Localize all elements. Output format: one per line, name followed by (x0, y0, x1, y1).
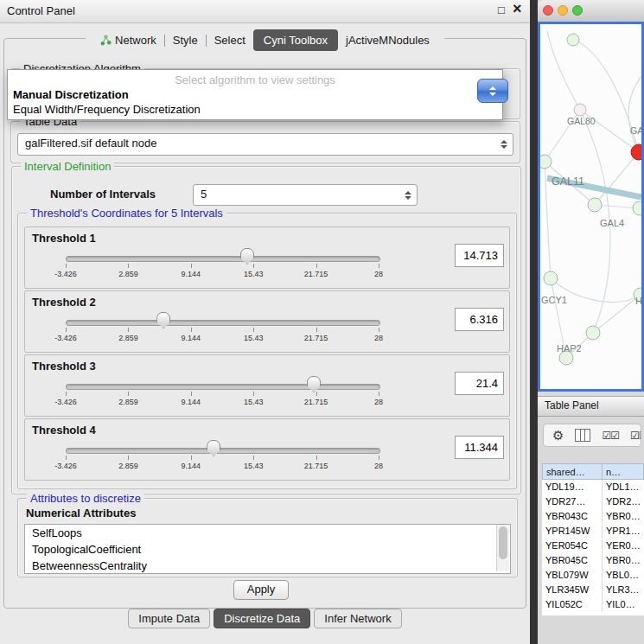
table-row[interactable]: YIL052CYIL0… (542, 597, 644, 612)
combo-arrows-icon (405, 191, 411, 200)
dropdown-option-equal-width-frequency[interactable]: Equal Width/Frequency Discretization (13, 103, 201, 116)
select-checkboxes-icon[interactable]: ☑☑ (602, 430, 619, 442)
minimize-traffic-light[interactable] (558, 5, 568, 16)
network-node[interactable] (544, 271, 558, 285)
table-cell: YDL1… (603, 480, 644, 494)
table-row[interactable]: YDL19…YDL1… (542, 480, 644, 494)
slider-thumb[interactable] (307, 376, 321, 392)
slider-scale-label: 2.859 (118, 398, 138, 406)
slider-tick-icon (128, 328, 129, 332)
tab-network[interactable]: Network (92, 30, 164, 50)
slider-scale-label: 28 (374, 334, 383, 342)
slider-track[interactable] (66, 384, 380, 390)
table-row[interactable]: YBR045CYBR0… (542, 553, 644, 568)
slider-tick-icon (253, 456, 254, 460)
threshold-value-field[interactable]: 11.344 (455, 436, 504, 459)
slider-tick-icon (66, 328, 67, 332)
list-scrollbar[interactable] (496, 525, 509, 571)
network-node[interactable] (633, 201, 641, 215)
table-cell: YBR0… (603, 553, 644, 568)
table-row[interactable]: YBR043CYBR0… (542, 509, 644, 524)
tab-label: Select (214, 34, 245, 47)
slider-thumb[interactable] (240, 248, 254, 265)
tab-style[interactable]: Style (165, 30, 206, 50)
network-node[interactable] (574, 104, 586, 116)
tab-impute-data[interactable]: Impute Data (128, 609, 210, 628)
threshold-value-field[interactable]: 21.4 (455, 372, 504, 395)
table-cell: YIL0… (603, 597, 644, 612)
node-label: GA (630, 125, 641, 136)
select-checkboxes-icon-2[interactable]: ☑☑ (630, 430, 641, 442)
slider-track[interactable] (66, 448, 380, 454)
dropdown-option-manual-discretization[interactable]: Manual Discretization (13, 88, 129, 101)
group-title: Interval Definition (21, 160, 114, 173)
tab-cyni-toolbox[interactable]: Cyni Toolbox (253, 29, 338, 51)
table-row[interactable]: YPR145WYPR1… (542, 524, 644, 539)
algorithm-combo-arrow-button[interactable] (477, 79, 508, 103)
table-data-combobox[interactable]: galFiltered.sif default node (17, 133, 513, 156)
node-label: GAL4 (600, 218, 624, 228)
slider-scale-label: 15.43 (244, 462, 264, 470)
table-row[interactable]: YDR27…YDR2… (542, 494, 644, 509)
tab-jactivemnodules[interactable]: jActiveMNodules (338, 30, 437, 50)
slider-tick-icon (379, 328, 379, 332)
column-header-shared-name[interactable]: shared… (542, 463, 603, 480)
network-view[interactable]: GAL80GAGAL11GAL4GCY1HHAP2 (538, 22, 644, 392)
tab-label: Network (115, 34, 156, 47)
table-row[interactable]: YBL079WYBL0… (542, 568, 644, 583)
numerical-attributes-label: Numerical Attributes (26, 507, 136, 520)
table-cell: YLR345W (542, 583, 603, 597)
table-cell: YPR1… (603, 524, 644, 539)
close-window-icon[interactable]: × (513, 0, 522, 18)
scrollbar-thumb[interactable] (499, 526, 507, 559)
table-cell: YBR043C (542, 509, 603, 524)
slider-tick-icon (253, 328, 254, 332)
table-cell: YBL0… (603, 568, 644, 583)
algorithm-dropdown-popup: Select algorithm to view settings Manual… (7, 69, 503, 120)
desktop-gap (530, 0, 538, 644)
slider-scale-label: 9.144 (182, 398, 201, 406)
slider-tick-icon (128, 264, 129, 268)
number-of-intervals-combobox[interactable]: 5 (193, 184, 418, 206)
gear-icon[interactable]: ⚙ (552, 429, 564, 442)
slider-scale-label: 9.144 (182, 462, 201, 470)
tab-discretize-data[interactable]: Discretize Data (214, 609, 310, 628)
threshold-panel: Threshold 3-3.4262.8599.14415.4321.71528… (24, 354, 510, 417)
column-header-name[interactable]: n… (603, 463, 644, 480)
slider-tick-icon (191, 456, 192, 460)
slider-tick-icon (191, 392, 192, 396)
combo-arrows-icon (501, 140, 507, 149)
attribute-list-item[interactable]: TopologicalCoefficient (25, 541, 510, 558)
slider-tick-icon (379, 264, 379, 268)
table-cell: YER054C (542, 539, 603, 553)
network-node[interactable] (631, 144, 641, 160)
apply-button[interactable]: Apply (233, 580, 289, 600)
float-window-icon[interactable]: □ (498, 3, 505, 16)
network-node[interactable] (567, 34, 579, 46)
slider-track[interactable] (66, 320, 380, 326)
screen: Control Panel □ × Network S (0, 0, 644, 644)
network-node[interactable] (586, 326, 600, 340)
close-traffic-light[interactable] (543, 5, 553, 16)
attribute-list-item[interactable]: BetweennessCentrality (25, 558, 510, 574)
slider-tick-icon (253, 264, 254, 268)
columns-icon[interactable] (575, 429, 590, 442)
group-title: Threshold's Coordinates for 5 Intervals (27, 207, 226, 220)
threshold-value-field[interactable]: 6.316 (455, 308, 504, 331)
numerical-attributes-list[interactable]: SelfLoopsTopologicalCoefficientBetweenne… (24, 524, 511, 574)
table-row[interactable]: YER054CYER0… (542, 539, 644, 553)
attribute-list-item[interactable]: SelfLoops (25, 525, 510, 541)
slider-thumb[interactable] (156, 312, 170, 328)
threshold-panel: Threshold 1-3.4262.8599.14415.4321.71528… (24, 226, 510, 289)
slider-thumb[interactable] (207, 440, 220, 456)
slider-scale-label: 15.43 (244, 398, 264, 406)
network-node[interactable] (540, 155, 552, 169)
slider-track[interactable] (66, 256, 380, 262)
table-row[interactable]: YLR345WYLR3… (542, 583, 644, 597)
zoom-traffic-light[interactable] (572, 5, 583, 16)
tab-infer-network[interactable]: Infer Network (314, 609, 401, 628)
network-node[interactable] (588, 198, 602, 212)
tab-select[interactable]: Select (207, 30, 253, 50)
node-label: GCY1 (541, 295, 567, 305)
threshold-value-field[interactable]: 14.713 (455, 244, 504, 267)
